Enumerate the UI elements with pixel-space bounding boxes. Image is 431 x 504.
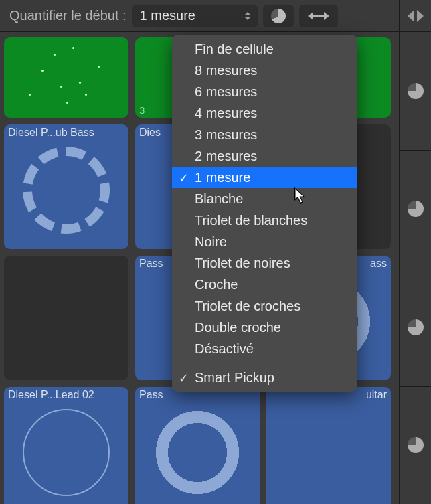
cell-green-0[interactable] [4,37,128,118]
cell-loop-count: 3 [139,104,145,116]
dropdown-item-label: Noire [195,234,227,250]
dropdown-item-label: 6 mesures [195,84,257,100]
dropdown-item-label: 2 mesures [195,149,257,164]
dropdown-item-label: Fin de cellule [195,41,274,57]
waveform-preview [4,37,128,118]
cell-empty-row2-col0[interactable] [4,256,128,380]
dropdown-item[interactable]: 4 mesures [172,102,357,124]
dropdown-item[interactable]: Désactivé [172,338,357,359]
toolbar: Quantifier le début : 1 mesure [0,0,431,32]
dropdown-item[interactable]: Croche [172,274,357,295]
checkmark-icon: ✓ [179,371,189,386]
horizontal-stretch-button[interactable] [299,5,338,27]
dropdown-item-label: 8 mesures [195,63,257,78]
waveform-ring-icon [23,147,110,234]
dropdown-item[interactable]: Fin de cellule [172,38,357,60]
quantize-start-label: Quantifier le début : [9,8,126,23]
dropdown-item-smart-pickup[interactable]: ✓Smart Pickup [172,367,357,388]
dropdown-item[interactable]: 8 mesures [172,60,357,81]
pie-chart-icon [408,83,424,99]
stepper-arrows-icon [240,7,255,25]
dropdown-item-label: Triolet de blanches [195,213,307,228]
dropdown-item-label: Blanche [195,191,243,207]
right-sidebar [399,0,431,504]
dropdown-item[interactable]: 3 mesures [172,124,357,145]
dropdown-item[interactable]: Triolet de noires [172,252,357,274]
cell-uitar-row3-col2[interactable]: uitar [266,387,391,504]
dropdown-item[interactable]: Noire [172,231,357,252]
dropdown-item[interactable]: 6 mesures [172,81,357,102]
dropdown-item[interactable]: Triolet de blanches [172,209,357,231]
quantize-start-dropdown: Fin de cellule8 mesures6 mesures4 mesure… [172,35,357,392]
cell-diesel-ub-bass[interactable]: Diesel P...ub Bass [4,124,128,249]
pie-chart-icon [271,9,286,23]
quantize-start-value: 1 mesure [140,8,195,23]
dropdown-item[interactable]: Triolet de croches [172,295,357,317]
dropdown-item-label: Triolet de croches [195,299,300,314]
dropdown-item[interactable]: 2 mesures [172,145,357,167]
right-sidebar-header[interactable] [400,0,431,32]
dropdown-item-label: 1 mesure [195,170,250,185]
dropdown-item-label: 4 mesures [195,106,257,121]
dropdown-item[interactable]: Double croche [172,317,357,338]
checkmark-icon: ✓ [179,171,189,185]
scene-trigger-row-3[interactable] [400,387,431,505]
scene-trigger-row-2[interactable] [400,268,431,387]
dropdown-item[interactable]: Blanche [172,188,357,209]
dropdown-item-label: Double croche [195,320,281,335]
scene-trigger-row-1[interactable] [400,151,431,269]
dropdown-item[interactable]: ✓1 mesure [172,167,357,188]
dropdown-item-label: Désactivé [195,341,254,357]
scene-trigger-row-0[interactable] [400,32,431,151]
waveform-ring-icon [23,409,110,496]
cell-title: Diesel P...Lead 02 [8,389,124,401]
cell-diesel-lead-02[interactable]: Diesel P...Lead 02 [4,387,128,504]
pie-button[interactable] [263,5,294,27]
quantize-start-select[interactable]: 1 mesure [132,5,258,27]
dropdown-item-label: 3 mesures [195,127,257,143]
pie-chart-icon [408,201,424,217]
cell-pass-row3-col1[interactable]: Pass [135,387,260,504]
dropdown-item-label: Triolet de noires [195,256,290,271]
dropdown-item-label: Croche [195,277,238,292]
waveform-ring-icon [154,409,241,496]
dropdown-item-label: Smart Pickup [195,370,274,386]
horizontal-arrows-icon [309,11,328,21]
dropdown-separator [172,363,357,363]
pie-chart-icon [408,437,424,453]
cell-title: Diesel P...ub Bass [8,127,124,139]
pie-chart-icon [408,319,424,335]
collapse-panel-icon [408,10,424,22]
